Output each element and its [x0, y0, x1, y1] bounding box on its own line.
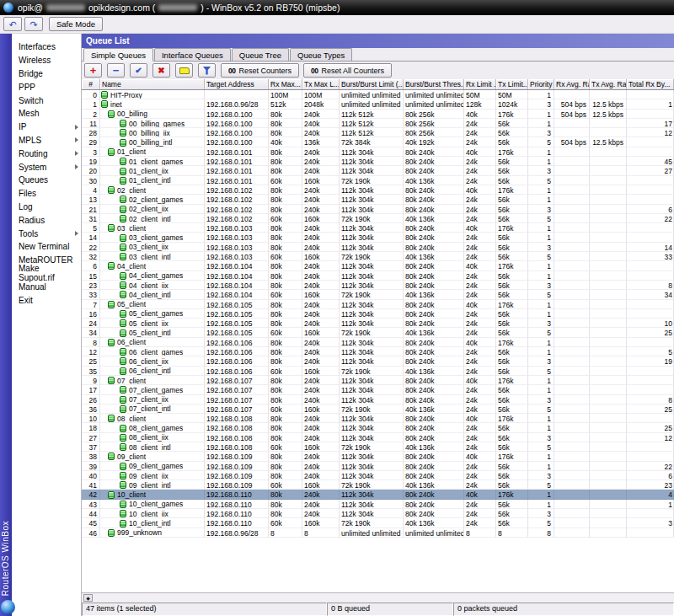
queue-row-03-client-iix[interactable]: 2203_client_iix192.168.0.10380k240k112k … — [82, 243, 674, 252]
queue-row-02-client-intl[interactable]: 3102_client_intl192.168.0.10260k160k72k … — [82, 214, 674, 223]
queue-row-10-client-intl[interactable]: 4510_client_intl192.168.0.11060k160k72k … — [82, 518, 674, 528]
sidebar-item-exit[interactable]: Exit — [12, 293, 81, 307]
safe-mode-button[interactable]: Safe Mode — [49, 17, 103, 31]
column-header-burst-burst-limit[interactable]: Burst/Burst Limit (... — [340, 79, 404, 89]
queue-row-05-client-iix[interactable]: 2405_client_iix192.168.0.10580k240k112k … — [82, 319, 674, 328]
queue-row-00-billing-iix[interactable]: 2800_billing_iix192.168.0.10080k240k112k… — [82, 128, 674, 137]
queue-row-09-client[interactable]: 3809_client192.168.0.10980k240k112k 304k… — [82, 452, 674, 461]
sidebar-item-make-supout-rif[interactable]: Make Supout.rif — [12, 267, 81, 281]
queue-row-07-client-intl[interactable]: 3607_client_intl192.168.0.10760k160k72k … — [82, 404, 674, 414]
sidebar-item-mesh[interactable]: Mesh — [12, 107, 81, 121]
queue-row-06-client-intl[interactable]: 3506_client_intl192.168.0.10660k160k72k … — [82, 367, 674, 376]
queue-row-05-client-games[interactable]: 1605_client_games192.168.0.10580k240k112… — [82, 309, 674, 319]
sidebar-item-queues[interactable]: Queues — [12, 174, 81, 187]
queue-row-06-client[interactable]: 806_client192.168.0.10680k240k112k 304k8… — [82, 338, 674, 347]
column-header-rx-avg-rate[interactable]: Rx Avg. Rate — [554, 79, 590, 89]
queue-row-01-client-games[interactable]: 1901_client_games192.168.0.10180k240k112… — [82, 157, 674, 166]
queue-row-999-unknown[interactable]: 46999_unknown192.168.0.96/2888unlimited … — [82, 528, 674, 538]
sidebar-item-mpls[interactable]: MPLS — [12, 134, 81, 147]
queue-row-10-client[interactable]: 4210_client192.168.0.11080k240k112k 304k… — [82, 490, 674, 499]
queue-row-hit-proxy[interactable]: 0HIT-Proxy100M100Munlimited unlimitedunl… — [82, 90, 674, 99]
queue-row-04-client-games[interactable]: 1504_client_games192.168.0.10480k240k112… — [82, 271, 674, 281]
column-header-priority[interactable]: Priority — [528, 79, 554, 89]
add-button[interactable]: + — [84, 63, 102, 78]
sidebar-item-tools[interactable]: Tools — [12, 227, 81, 240]
queue-row-09-client-intl[interactable]: 4109_client_intl192.168.0.10960k160k72k … — [82, 480, 674, 490]
queue-row-00-billing-games[interactable]: 1100_billing_games192.168.0.10080k240k11… — [82, 119, 674, 128]
sidebar-item-ip[interactable]: IP — [12, 121, 81, 134]
sidebar-item-radius[interactable]: Radius — [12, 213, 81, 227]
sidebar-item-system[interactable]: System — [12, 160, 81, 174]
queue-row-05-client[interactable]: 705_client192.168.0.10580k240k112k 304k8… — [82, 300, 674, 309]
sidebar-item-new-terminal[interactable]: New Terminal — [12, 240, 81, 254]
queue-row-08-client-iix[interactable]: 2708_client_iix192.168.0.10880k240k112k … — [82, 433, 674, 442]
queue-row-07-client-iix[interactable]: 2607_client_iix192.168.0.10780k240k112k … — [82, 395, 674, 404]
column-header-[interactable]: # — [82, 79, 100, 89]
column-header-burst-burst-thres[interactable]: Burst/Burst Thres... — [404, 79, 464, 89]
queue-list-titlebar[interactable]: Queue List — [82, 34, 674, 48]
sidebar-item-manual[interactable]: Manual — [12, 280, 81, 293]
queue-row-inet[interactable]: 1inet192.168.0.96/28512k2048kunlimited u… — [82, 99, 674, 109]
column-header-tx-max-l[interactable]: Tx Max L... — [302, 79, 340, 89]
queue-row-03-client[interactable]: 503_client192.168.0.10380k240k112k 304k8… — [82, 223, 674, 233]
column-header-rx-limit[interactable]: Rx Limit ...▽ — [464, 79, 496, 89]
sidebar-item-log[interactable]: Log — [12, 201, 81, 214]
queue-row-07-client-games[interactable]: 1707_client_games192.168.0.10780k240k112… — [82, 385, 674, 394]
queue-row-01-client-iix[interactable]: 2001_client_iix192.168.0.10180k240k112k … — [82, 166, 674, 175]
remove-button[interactable]: − — [107, 63, 125, 78]
column-header-tx-avg-rate[interactable]: Tx Avg. Rate — [590, 79, 627, 89]
sidebar-item-files[interactable]: Files — [12, 187, 81, 201]
filter-button[interactable] — [198, 63, 216, 78]
cell-target_address: 192.168.0.106 — [205, 347, 269, 356]
enable-button[interactable]: ✔ — [130, 63, 147, 78]
reset-counters-button[interactable]: 00Reset Counters — [221, 63, 299, 78]
queue-row-10-client-iix[interactable]: 4410_client_iix192.168.0.11080k240k112k … — [82, 509, 674, 518]
column-header-total-rx-by[interactable]: Total Rx By... — [627, 79, 674, 89]
sidebar-item-interfaces[interactable]: Interfaces — [12, 40, 81, 54]
sidebar-item-bridge[interactable]: Bridge — [12, 67, 81, 81]
queue-row-06-client-games[interactable]: 1206_client_games192.168.0.10680k240k112… — [82, 347, 674, 356]
redo-button[interactable]: ↷ — [24, 17, 43, 31]
sidebar-item-wireless[interactable]: Wireless — [12, 54, 81, 67]
queue-row-05-client-intl[interactable]: 3405_client_intl192.168.0.10560k160k72k … — [82, 328, 674, 337]
window-titlebar[interactable]: opik@opikdesign.com () - WinBox v5.2 on … — [0, 0, 674, 15]
queue-row-01-client-intl[interactable]: 3001_client_intl192.168.0.10160k160k72k … — [82, 176, 674, 185]
scrollbar-thumb[interactable]: ◆ — [83, 594, 93, 602]
tab-simple-queues[interactable]: Simple Queues — [83, 48, 153, 62]
queue-row-08-client-games[interactable]: 1808_client_games192.168.0.10880k240k112… — [82, 423, 674, 432]
queue-row-04-client-iix[interactable]: 2304_client_iix192.168.0.10480k240k112k … — [82, 281, 674, 290]
queue-row-08-client-intl[interactable]: 3708_client_intl192.168.0.10860k160k72k … — [82, 442, 674, 452]
column-header-name[interactable]: Name — [100, 79, 205, 89]
queue-row-08-client[interactable]: 1008_client192.168.0.10880k240k112k 304k… — [82, 414, 674, 423]
queue-row-04-client-intl[interactable]: 3304_client_intl192.168.0.10460k160k72k … — [82, 290, 674, 299]
winbox-app-icon[interactable] — [3, 3, 13, 13]
column-header-rx-max[interactable]: Rx Max... — [269, 79, 302, 89]
queue-row-00-billing[interactable]: 200_billing192.168.0.10080k240k112k 512k… — [82, 110, 674, 119]
queue-row-06-client-iix[interactable]: 2506_client_iix192.168.0.10680k240k112k … — [82, 356, 674, 366]
comment-button[interactable] — [175, 63, 193, 78]
column-header-target-address[interactable]: Target Address — [205, 79, 269, 89]
tab-interface-queues[interactable]: Interface Queues — [154, 48, 231, 61]
disable-button[interactable]: ✖ — [152, 63, 170, 78]
queue-row-03-client-intl[interactable]: 3203_client_intl192.168.0.10360k160k72k … — [82, 252, 674, 261]
queue-row-04-client[interactable]: 604_client192.168.0.10480k240k112k 304k8… — [82, 261, 674, 271]
sidebar-item-switch[interactable]: Switch — [12, 94, 81, 107]
undo-button[interactable]: ↶ — [3, 17, 22, 31]
sidebar-item-routing[interactable]: Routing — [12, 147, 81, 160]
tab-queue-tree[interactable]: Queue Tree — [232, 48, 289, 61]
queue-row-01-client[interactable]: 301_client192.168.0.10180k240k112k 304k8… — [82, 147, 674, 157]
queue-row-02-client-games[interactable]: 1302_client_games192.168.0.10280k240k112… — [82, 195, 674, 204]
reset-all-counters-button[interactable]: 00Reset All Counters — [303, 63, 392, 78]
queue-row-03-client-games[interactable]: 1403_client_games192.168.0.10380k240k112… — [82, 233, 674, 242]
queue-row-10-client-games[interactable]: 4310_client_games192.168.0.11080k240k112… — [82, 500, 674, 509]
queue-row-00-billing-intl[interactable]: 2900_billing_intl192.168.0.10040k136k72k… — [82, 137, 674, 147]
tab-queue-types[interactable]: Queue Types — [290, 48, 352, 61]
queue-row-09-client-iix[interactable]: 4009_client_iix192.168.0.10980k240k112k … — [82, 471, 674, 480]
queue-row-09-client-games[interactable]: 3909_client_games192.168.0.10980k240k112… — [82, 462, 674, 471]
sidebar-item-ppp[interactable]: PPP — [12, 80, 81, 94]
queue-row-07-client[interactable]: 907_client192.168.0.10780k240k112k 304k8… — [82, 376, 674, 385]
queue-row-02-client[interactable]: 402_client192.168.0.10280k240k112k 304k8… — [82, 185, 674, 195]
column-header-tx-limit[interactable]: Tx Limit... — [496, 79, 528, 89]
queue-row-02-client-iix[interactable]: 2102_client_iix192.168.0.10280k240k112k … — [82, 205, 674, 214]
horizontal-scrollbar[interactable]: ◆ — [82, 592, 674, 603]
